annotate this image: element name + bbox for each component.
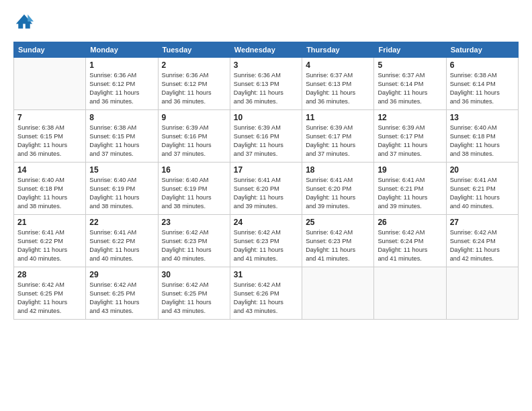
day-number: 5 <box>378 60 442 70</box>
day-number: 7 <box>17 113 82 122</box>
day-header-monday: Monday <box>86 42 158 58</box>
day-info: Sunrise: 6:38 AMSunset: 6:15 PMDaylight:… <box>89 124 154 158</box>
day-number: 1 <box>89 60 154 70</box>
calendar-cell: 2Sunrise: 6:36 AMSunset: 6:12 PMDaylight… <box>158 58 230 110</box>
calendar-cell: 5Sunrise: 6:37 AMSunset: 6:14 PMDaylight… <box>374 58 446 110</box>
day-number: 22 <box>89 218 154 227</box>
calendar-cell: 14Sunrise: 6:40 AMSunset: 6:18 PMDayligh… <box>14 163 86 215</box>
calendar-week-row: 14Sunrise: 6:40 AMSunset: 6:18 PMDayligh… <box>14 163 519 215</box>
day-info: Sunrise: 6:40 AMSunset: 6:19 PMDaylight:… <box>89 176 154 211</box>
day-info: Sunrise: 6:41 AMSunset: 6:20 PMDaylight:… <box>306 176 370 211</box>
calendar-cell: 20Sunrise: 6:41 AMSunset: 6:21 PMDayligh… <box>446 163 518 215</box>
day-number: 13 <box>450 113 515 122</box>
day-info: Sunrise: 6:41 AMSunset: 6:21 PMDaylight:… <box>450 176 515 211</box>
day-number: 6 <box>450 60 515 70</box>
svg-marker-1 <box>28 15 34 22</box>
day-info: Sunrise: 6:36 AMSunset: 6:13 PMDaylight:… <box>234 71 298 106</box>
day-number: 9 <box>162 113 226 122</box>
day-info: Sunrise: 6:40 AMSunset: 6:19 PMDaylight:… <box>162 176 226 211</box>
day-header-tuesday: Tuesday <box>158 42 230 58</box>
day-number: 28 <box>17 270 82 279</box>
calendar-cell: 24Sunrise: 6:42 AMSunset: 6:23 PMDayligh… <box>230 215 302 267</box>
day-info: Sunrise: 6:36 AMSunset: 6:12 PMDaylight:… <box>89 71 154 106</box>
calendar-cell: 9Sunrise: 6:39 AMSunset: 6:16 PMDaylight… <box>158 110 230 163</box>
calendar-cell: 29Sunrise: 6:42 AMSunset: 6:25 PMDayligh… <box>86 267 158 320</box>
calendar-cell <box>446 267 518 320</box>
day-number: 24 <box>234 218 298 227</box>
day-info: Sunrise: 6:42 AMSunset: 6:23 PMDaylight:… <box>162 228 226 263</box>
day-info: Sunrise: 6:42 AMSunset: 6:26 PMDaylight:… <box>234 281 298 316</box>
day-number: 18 <box>306 165 370 175</box>
day-header-saturday: Saturday <box>446 42 518 58</box>
day-number: 23 <box>162 218 226 227</box>
calendar-cell: 28Sunrise: 6:42 AMSunset: 6:25 PMDayligh… <box>14 267 86 320</box>
calendar-cell: 11Sunrise: 6:39 AMSunset: 6:17 PMDayligh… <box>302 110 374 163</box>
calendar-cell: 8Sunrise: 6:38 AMSunset: 6:15 PMDaylight… <box>86 110 158 163</box>
calendar-cell: 1Sunrise: 6:36 AMSunset: 6:12 PMDaylight… <box>86 58 158 110</box>
calendar-cell: 4Sunrise: 6:37 AMSunset: 6:13 PMDaylight… <box>302 58 374 110</box>
day-number: 29 <box>89 270 154 279</box>
calendar-cell <box>302 267 374 320</box>
calendar-cell: 16Sunrise: 6:40 AMSunset: 6:19 PMDayligh… <box>158 163 230 215</box>
day-info: Sunrise: 6:38 AMSunset: 6:14 PMDaylight:… <box>450 71 515 106</box>
day-info: Sunrise: 6:40 AMSunset: 6:18 PMDaylight:… <box>450 124 515 158</box>
calendar-week-row: 21Sunrise: 6:41 AMSunset: 6:22 PMDayligh… <box>14 215 519 267</box>
day-header-friday: Friday <box>374 42 446 58</box>
calendar-header-row: SundayMondayTuesdayWednesdayThursdayFrid… <box>14 42 519 58</box>
calendar-cell: 31Sunrise: 6:42 AMSunset: 6:26 PMDayligh… <box>230 267 302 320</box>
day-header-thursday: Thursday <box>302 42 374 58</box>
day-number: 14 <box>17 165 82 175</box>
day-number: 19 <box>378 165 442 175</box>
day-info: Sunrise: 6:42 AMSunset: 6:23 PMDaylight:… <box>306 228 370 263</box>
calendar-week-row: 1Sunrise: 6:36 AMSunset: 6:12 PMDaylight… <box>14 58 519 110</box>
calendar-cell <box>374 267 446 320</box>
day-info: Sunrise: 6:42 AMSunset: 6:24 PMDaylight:… <box>378 228 442 263</box>
day-number: 17 <box>234 165 298 175</box>
day-number: 3 <box>234 60 298 70</box>
day-number: 21 <box>17 218 82 227</box>
day-number: 8 <box>89 113 154 122</box>
day-info: Sunrise: 6:40 AMSunset: 6:18 PMDaylight:… <box>17 176 82 211</box>
calendar-cell: 19Sunrise: 6:41 AMSunset: 6:21 PMDayligh… <box>374 163 446 215</box>
day-number: 12 <box>378 113 442 122</box>
day-info: Sunrise: 6:37 AMSunset: 6:14 PMDaylight:… <box>378 71 442 106</box>
day-number: 26 <box>378 218 442 227</box>
calendar-cell: 12Sunrise: 6:39 AMSunset: 6:17 PMDayligh… <box>374 110 446 163</box>
day-number: 16 <box>162 165 226 175</box>
calendar-week-row: 7Sunrise: 6:38 AMSunset: 6:15 PMDaylight… <box>14 110 519 163</box>
day-info: Sunrise: 6:39 AMSunset: 6:16 PMDaylight:… <box>162 124 226 158</box>
day-number: 2 <box>162 60 226 70</box>
page-header <box>13 12 519 34</box>
day-info: Sunrise: 6:37 AMSunset: 6:13 PMDaylight:… <box>306 71 370 106</box>
day-info: Sunrise: 6:42 AMSunset: 6:24 PMDaylight:… <box>450 228 515 263</box>
day-info: Sunrise: 6:36 AMSunset: 6:12 PMDaylight:… <box>162 71 226 106</box>
day-number: 20 <box>450 165 515 175</box>
calendar-cell: 3Sunrise: 6:36 AMSunset: 6:13 PMDaylight… <box>230 58 302 110</box>
day-number: 25 <box>306 218 370 227</box>
calendar-cell: 26Sunrise: 6:42 AMSunset: 6:24 PMDayligh… <box>374 215 446 267</box>
day-info: Sunrise: 6:41 AMSunset: 6:20 PMDaylight:… <box>234 176 298 211</box>
day-info: Sunrise: 6:41 AMSunset: 6:22 PMDaylight:… <box>89 228 154 263</box>
day-info: Sunrise: 6:41 AMSunset: 6:22 PMDaylight:… <box>17 228 82 263</box>
calendar-week-row: 28Sunrise: 6:42 AMSunset: 6:25 PMDayligh… <box>14 267 519 320</box>
day-number: 30 <box>162 270 226 279</box>
calendar-cell: 13Sunrise: 6:40 AMSunset: 6:18 PMDayligh… <box>446 110 518 163</box>
day-header-sunday: Sunday <box>14 42 86 58</box>
calendar-cell: 6Sunrise: 6:38 AMSunset: 6:14 PMDaylight… <box>446 58 518 110</box>
day-number: 4 <box>306 60 370 70</box>
calendar-cell: 22Sunrise: 6:41 AMSunset: 6:22 PMDayligh… <box>86 215 158 267</box>
day-info: Sunrise: 6:41 AMSunset: 6:21 PMDaylight:… <box>378 176 442 211</box>
logo-icon <box>15 12 34 31</box>
calendar-cell: 18Sunrise: 6:41 AMSunset: 6:20 PMDayligh… <box>302 163 374 215</box>
day-info: Sunrise: 6:39 AMSunset: 6:17 PMDaylight:… <box>378 124 442 158</box>
day-info: Sunrise: 6:42 AMSunset: 6:23 PMDaylight:… <box>234 228 298 263</box>
logo <box>13 12 34 34</box>
day-info: Sunrise: 6:42 AMSunset: 6:25 PMDaylight:… <box>17 281 82 316</box>
day-info: Sunrise: 6:39 AMSunset: 6:16 PMDaylight:… <box>234 124 298 158</box>
day-number: 27 <box>450 218 515 227</box>
day-number: 11 <box>306 113 370 122</box>
calendar-cell: 17Sunrise: 6:41 AMSunset: 6:20 PMDayligh… <box>230 163 302 215</box>
day-info: Sunrise: 6:42 AMSunset: 6:25 PMDaylight:… <box>162 281 226 316</box>
calendar-cell: 25Sunrise: 6:42 AMSunset: 6:23 PMDayligh… <box>302 215 374 267</box>
day-info: Sunrise: 6:38 AMSunset: 6:15 PMDaylight:… <box>17 124 82 158</box>
